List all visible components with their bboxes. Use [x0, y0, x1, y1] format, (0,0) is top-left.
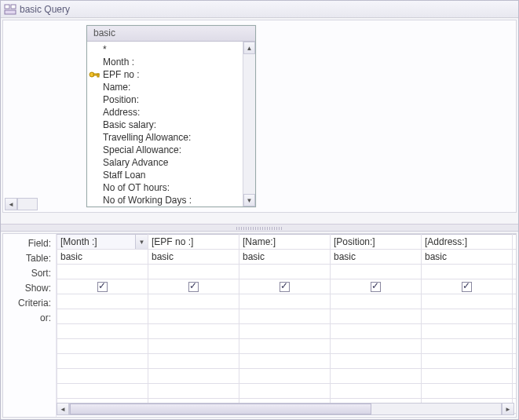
qbe-criteria-cell[interactable] — [331, 294, 422, 309]
qbe-criteria-cell[interactable] — [57, 294, 148, 309]
qbe-show-cell[interactable] — [57, 279, 148, 294]
scroll-track[interactable] — [17, 198, 38, 210]
field-list-item[interactable]: Travelling Allowance: — [103, 131, 243, 144]
qbe-cell[interactable] — [513, 384, 517, 399]
scroll-left-button[interactable]: ◄ — [5, 198, 17, 210]
qbe-table-cell[interactable]: basic — [148, 250, 239, 265]
qbe-show-cell[interactable] — [148, 279, 239, 294]
qbe-cell[interactable] — [57, 369, 148, 384]
qbe-cell[interactable] — [331, 339, 422, 354]
qbe-cell[interactable] — [513, 354, 517, 369]
field-list-item[interactable]: Basic salary: — [103, 119, 243, 131]
qbe-or-cell[interactable] — [57, 309, 148, 324]
show-checkbox[interactable] — [462, 282, 472, 292]
qbe-cell[interactable] — [422, 384, 513, 399]
qbe-cell[interactable] — [422, 354, 513, 369]
qbe-cell[interactable] — [513, 324, 517, 339]
qbe-table-cell[interactable]: basic — [422, 250, 513, 265]
qbe-cell[interactable] — [148, 339, 239, 354]
qbe-cell[interactable] — [57, 354, 148, 369]
qbe-cell[interactable] — [239, 354, 331, 369]
field-list-item[interactable]: Staff Loan — [103, 169, 243, 181]
upper-pane-hscroll[interactable]: ◄ — [5, 198, 38, 210]
qbe-cell[interactable] — [513, 339, 517, 354]
qbe-cell[interactable] — [422, 324, 513, 339]
qbe-field-cell[interactable]: [Name:] — [239, 235, 331, 250]
qbe-cell[interactable] — [57, 339, 148, 354]
qbe-cell[interactable] — [148, 369, 239, 384]
qbe-cell[interactable] — [513, 369, 517, 384]
field-list-item[interactable]: Position: — [103, 93, 243, 106]
scroll-track[interactable] — [243, 54, 255, 194]
qbe-table-cell[interactable]: basic — [239, 250, 331, 265]
qbe-criteria-cell[interactable] — [422, 294, 513, 309]
qbe-sort-cell[interactable] — [239, 265, 331, 279]
scroll-up-button[interactable]: ▲ — [243, 42, 255, 54]
field-list-item[interactable]: Address: — [103, 106, 243, 119]
field-list-item[interactable]: EPF no : — [103, 68, 243, 81]
relationship-pane[interactable]: basic *Month :EPF no :Name:Position:Addr… — [2, 20, 517, 213]
qbe-cell[interactable] — [422, 339, 513, 354]
qbe-cell[interactable] — [331, 369, 422, 384]
qbe-show-cell[interactable] — [422, 279, 513, 294]
qbe-criteria-cell[interactable] — [239, 294, 331, 309]
show-checkbox[interactable] — [371, 282, 381, 292]
qbe-cell[interactable] — [239, 384, 331, 399]
titlebar[interactable]: basic Query — [1, 1, 518, 18]
qbe-cell[interactable] — [513, 265, 517, 279]
qbe-show-cell[interactable] — [513, 279, 517, 294]
qbe-sort-cell[interactable] — [57, 265, 148, 279]
table-name-header[interactable]: basic — [87, 26, 255, 42]
qbe-cell[interactable] — [513, 309, 517, 324]
qbe-sort-cell[interactable] — [422, 265, 513, 279]
scroll-right-button[interactable]: ► — [502, 403, 514, 415]
show-checkbox[interactable] — [188, 282, 199, 292]
qbe-cell[interactable] — [422, 369, 513, 384]
field-list-scrollbar[interactable]: ▲ ▼ — [243, 42, 255, 206]
scroll-down-button[interactable]: ▼ — [243, 194, 255, 206]
qbe-cell[interactable] — [148, 324, 239, 339]
qbe-cell[interactable] — [331, 384, 422, 399]
qbe-show-cell[interactable] — [239, 279, 331, 294]
qbe-cell[interactable] — [513, 294, 517, 309]
qbe-field-cell[interactable]: [EPF no :] — [148, 235, 239, 250]
qbe-sort-cell[interactable] — [148, 265, 239, 279]
qbe-or-cell[interactable] — [331, 309, 422, 324]
qbe-cell[interactable] — [239, 324, 331, 339]
qbe-cell[interactable] — [57, 324, 148, 339]
qbe-cell[interactable] — [148, 354, 239, 369]
qbe-grid[interactable]: [Month :]▼[EPF no :][Name:][Position:][A… — [57, 234, 516, 417]
field-list-item[interactable]: No of OT hours: — [103, 181, 243, 194]
qbe-cell[interactable] — [239, 369, 331, 384]
qbe-hscroll[interactable]: ◄ ► — [57, 403, 514, 415]
qbe-cell[interactable] — [239, 339, 331, 354]
scroll-thumb[interactable] — [70, 404, 371, 415]
qbe-table-cell[interactable]: b — [513, 250, 517, 265]
qbe-table-cell[interactable]: basic — [331, 250, 422, 265]
qbe-table[interactable]: [Month :]▼[EPF no :][Name:][Position:][A… — [57, 234, 516, 414]
qbe-cell[interactable] — [148, 384, 239, 399]
scroll-left-button[interactable]: ◄ — [57, 403, 69, 415]
qbe-field-cell[interactable]: [Address:] — [422, 235, 513, 250]
qbe-or-cell[interactable] — [422, 309, 513, 324]
qbe-criteria-cell[interactable] — [148, 294, 239, 309]
qbe-field-cell[interactable]: [ — [513, 235, 517, 250]
qbe-cell[interactable] — [57, 384, 148, 399]
qbe-or-cell[interactable] — [239, 309, 331, 324]
table-field-list[interactable]: basic *Month :EPF no :Name:Position:Addr… — [86, 25, 256, 207]
field-list-item[interactable]: * — [103, 43, 243, 56]
dropdown-arrow-icon[interactable]: ▼ — [135, 235, 148, 249]
qbe-field-cell[interactable]: [Position:] — [331, 235, 422, 250]
qbe-show-cell[interactable] — [331, 279, 422, 294]
pane-splitter[interactable] — [1, 224, 518, 232]
qbe-cell[interactable] — [331, 354, 422, 369]
field-list-item[interactable]: Salary Advance — [103, 156, 243, 169]
scroll-track[interactable] — [69, 403, 502, 415]
field-list[interactable]: *Month :EPF no :Name:Position:Address:Ba… — [87, 42, 243, 206]
qbe-field-cell[interactable]: [Month :]▼ — [57, 235, 148, 250]
show-checkbox[interactable] — [280, 282, 290, 292]
field-list-item[interactable]: Month : — [103, 56, 243, 68]
field-list-item[interactable]: Special Allowance: — [103, 144, 243, 156]
qbe-table-cell[interactable]: basic — [57, 250, 148, 265]
qbe-cell[interactable] — [331, 324, 422, 339]
